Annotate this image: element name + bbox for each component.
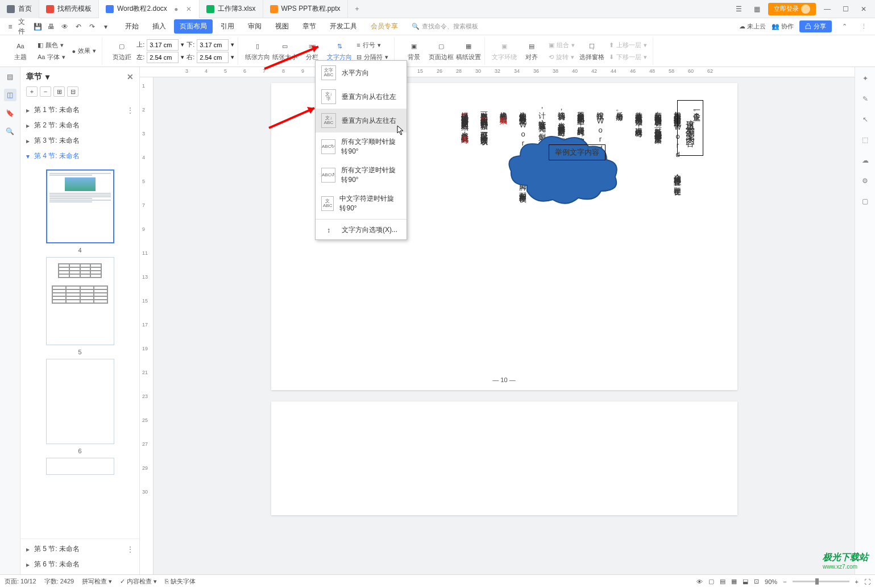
menu-tab-reference[interactable]: 引用 — [215, 19, 240, 34]
zoom-slider[interactable] — [793, 581, 849, 582]
menu-icon[interactable]: ≡ — [5, 21, 16, 32]
text-wrap-button[interactable]: ▣文字环绕 — [492, 40, 517, 61]
menu-tab-section[interactable]: 章节 — [297, 19, 322, 34]
tab-xls-doc[interactable]: 工作簿3.xlsx — [200, 0, 263, 18]
grid-icon[interactable]: ▦ — [750, 2, 764, 16]
nav-close-icon[interactable]: ✕ — [127, 72, 134, 81]
nav-remove-button[interactable]: − — [40, 86, 51, 97]
fullscreen-icon[interactable]: ⛶ — [864, 578, 870, 585]
close-window-button[interactable]: ✕ — [857, 2, 870, 16]
background-button[interactable]: ▣背景 — [401, 40, 426, 61]
horizontal-ruler[interactable]: 3456789101112131415262830323436384042444… — [140, 67, 855, 77]
preview-icon[interactable]: 👁 — [59, 21, 71, 32]
view-print-icon[interactable]: ▤ — [720, 578, 725, 585]
page-container[interactable]: 这里是举例文字内容。 举例文字内容 一个设备上。如果在达到结尾处之前需要停止读取… — [154, 77, 855, 574]
dd-rotate-cw[interactable]: ABC↻所有文字顺时针旋转90° — [316, 132, 407, 161]
view-read-icon[interactable]: ▢ — [708, 578, 714, 585]
theme-button[interactable]: Aa主题 — [8, 40, 33, 61]
minimize-button[interactable]: — — [820, 2, 834, 16]
section-icon[interactable]: ◫ — [4, 89, 16, 101]
dd-vertical-rtl[interactable]: 文↓字垂直方向从右往左 — [316, 85, 407, 109]
view-outline-icon[interactable]: ⬓ — [743, 578, 748, 585]
zoom-fit-icon[interactable]: ⊡ — [754, 578, 759, 585]
search-icon[interactable]: 🔍 — [4, 125, 16, 138]
margin-right-input[interactable]: 右:▾ — [186, 52, 234, 63]
dd-vertical-ltr[interactable]: 文↓ABC垂直方向从左往右 — [316, 109, 407, 132]
tab-word-doc[interactable]: Word教程2.docx●✕ — [99, 0, 200, 18]
page-border-button[interactable]: ▢页面边框 — [429, 40, 454, 61]
close-icon[interactable]: ✕ — [185, 6, 192, 13]
dd-horizontal[interactable]: 文字ABC水平方向 — [316, 61, 407, 85]
margin-left-input[interactable]: 左:▾ — [136, 52, 184, 63]
menu-tab-start[interactable]: 开始 — [119, 19, 144, 34]
bookmark-icon[interactable]: 🔖 — [4, 107, 16, 119]
rotate-button[interactable]: ⟲ 旋转▾ — [546, 52, 577, 63]
margin-bot-field[interactable] — [197, 39, 229, 51]
menu-tab-page-layout[interactable]: 页面布局 — [174, 19, 213, 34]
group-button[interactable]: ▣ 组合▾ — [546, 40, 577, 51]
cloud-label-box[interactable]: 举例文字内容 — [549, 144, 606, 160]
page-indicator[interactable]: 页面: 10/12 — [5, 577, 36, 586]
nav-item-4[interactable]: ▾第 4 节: 未命名 — [20, 148, 139, 164]
redo-icon[interactable]: ↷ — [86, 21, 98, 32]
margin-top-input[interactable]: 上:▾ — [136, 39, 184, 51]
sparkle-icon[interactable]: ✦ — [860, 73, 871, 84]
example-text-box[interactable]: 这里是举例文字内容。 — [677, 100, 703, 156]
layout-icon[interactable]: ☰ — [732, 2, 745, 16]
missing-font[interactable]: ⎘ 缺失字体 — [165, 577, 196, 586]
dd-rotate-ccw[interactable]: ABC↺所有文字逆时针旋转90° — [316, 161, 407, 189]
menu-tab-dev[interactable]: 开发工具 — [324, 19, 363, 34]
zoom-value[interactable]: 90% — [765, 578, 777, 585]
cloud-sync-icon[interactable]: ☁ — [860, 155, 871, 166]
nav-item-2[interactable]: ▸第 2 节: 未命名 — [20, 118, 139, 133]
word-count[interactable]: 字数: 2429 — [44, 577, 74, 586]
vertical-ruler[interactable]: 12345791113151719212325272930 — [140, 77, 154, 574]
bring-forward-button[interactable]: ⬆ 上移一层▾ — [607, 40, 649, 51]
nav-item-6[interactable]: ▸第 6 节: 未命名 — [20, 557, 139, 572]
cloud-shape[interactable]: 举例文字内容 — [504, 134, 624, 210]
maximize-button[interactable]: ☐ — [839, 2, 852, 16]
menu-tab-vip[interactable]: 会员专享 — [365, 19, 404, 34]
thumbnail-6[interactable] — [46, 359, 114, 444]
coop-button[interactable]: 👥 协作 — [772, 22, 794, 31]
pen-icon[interactable]: ✎ — [860, 93, 871, 105]
margin-top-field[interactable] — [147, 39, 179, 51]
file-label[interactable]: 文件 — [18, 21, 30, 32]
tab-ppt-doc[interactable]: WPS PPT教程.pptx — [263, 0, 348, 18]
paper-size-button[interactable]: ▭纸张大小 — [272, 40, 297, 61]
nav-dropdown-icon[interactable]: ▾ — [45, 72, 49, 81]
view-web-icon[interactable]: ▦ — [731, 578, 737, 585]
line-number-button[interactable]: ≡ 行号▾ — [354, 40, 391, 51]
dd-options[interactable]: ↕文字方向选项(X)... — [316, 221, 407, 239]
cloud-status[interactable]: ☁ 未上云 — [739, 22, 766, 31]
send-back-button[interactable]: ⬇ 下移一层▾ — [607, 52, 649, 63]
undo-icon[interactable]: ↶ — [73, 21, 84, 32]
align-button[interactable]: ▤对齐 — [519, 40, 544, 61]
outline-icon[interactable]: ▤ — [4, 71, 16, 83]
add-tab-button[interactable]: ＋ — [348, 4, 366, 14]
dd-cn-ccw[interactable]: 文ABC中文字符逆时针旋转90° — [316, 189, 407, 218]
qat-dropdown-icon[interactable]: ▾ — [100, 21, 111, 32]
effect-button[interactable]: ●效果▾ — [70, 45, 99, 56]
color-button[interactable]: ◧颜色▾ — [35, 40, 68, 51]
print-icon[interactable]: 🖶 — [45, 21, 57, 32]
menu-tab-view[interactable]: 视图 — [269, 19, 295, 34]
save-icon[interactable]: 💾 — [32, 21, 43, 32]
thumbnail-5[interactable] — [46, 257, 114, 345]
nav-item-1[interactable]: ▸第 1 节: 未命名⋮ — [20, 102, 139, 118]
page-margin-button[interactable]: ▢页边距 — [109, 40, 134, 61]
text-direction-button[interactable]: ⇅文字方向 — [327, 40, 352, 61]
command-search[interactable]: 🔍查找命令、搜索模板 — [412, 22, 478, 31]
font-button[interactable]: Aa 字体▾ — [35, 52, 68, 63]
login-button[interactable]: 立即登录 — [768, 3, 816, 15]
thumbnail-7[interactable] — [46, 458, 114, 475]
tab-template[interactable]: 找稻壳模板 — [39, 0, 99, 18]
nav-expand-button[interactable]: ⊞ — [53, 86, 65, 97]
nav-item-opt-icon[interactable]: ⋮ — [127, 106, 134, 114]
content-check[interactable]: ✓ 内容检查 ▾ — [120, 577, 157, 586]
columns-button[interactable]: ≡≡分栏 — [300, 40, 325, 61]
sel-pane-button[interactable]: ☐̣选择窗格 — [579, 40, 604, 61]
menu-tab-insert[interactable]: 插入 — [147, 19, 172, 34]
spell-check[interactable]: 拼写检查 ▾ — [82, 577, 112, 586]
nav-add-button[interactable]: + — [26, 86, 38, 97]
